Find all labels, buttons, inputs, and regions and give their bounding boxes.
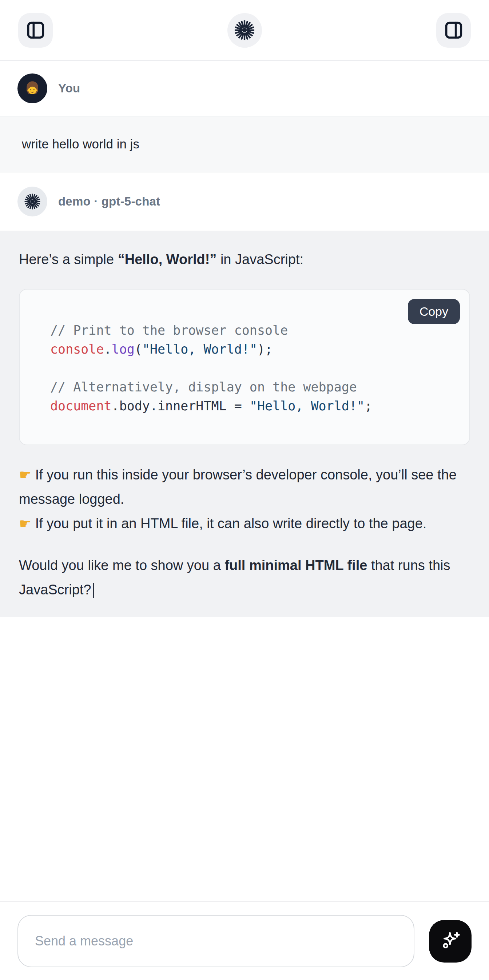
panel-left-icon [26,21,45,40]
code-line: console.log("Hello, World!"); [50,340,455,359]
code-line: // Print to the browser console [50,321,455,340]
composer-bar [0,901,489,980]
assistant-label: demo · gpt-5-chat [58,195,160,208]
text-segment: If you put it in an HTML file, it can al… [31,516,427,531]
user-avatar [18,73,47,103]
code-line: document.body.innerHTML = "Hello, World!… [50,396,455,415]
code-block: Copy // Print to the browser consolecons… [19,289,470,445]
text-segment: If you run this inside your browser’s de… [19,467,457,507]
user-label: You [58,81,80,95]
text-segment: . [104,342,112,356]
text-segment: log [112,342,135,356]
text-segment: ); [257,342,272,356]
text-segment: Here’s a simple [19,252,118,267]
message-input[interactable] [18,915,414,967]
text-segment: Would you like me to show you a [19,558,225,573]
assistant-paragraph: Would you like me to show you a full min… [19,553,470,602]
text-segment: "Hello, World!" [142,342,257,356]
text-segment: document [50,399,112,413]
top-bar [0,0,489,61]
text-segment: in JavaScript: [217,252,303,267]
person-emoji-icon [22,79,42,98]
copy-button[interactable]: Copy [408,299,460,324]
starburst-logo-icon [234,20,255,41]
send-button[interactable] [429,920,471,963]
logo-button[interactable] [228,13,262,48]
empty-scroll-area [0,617,489,901]
assistant-message: Here’s a simple “Hello, World!” in JavaS… [0,231,489,617]
text-segment: .body.innerHTML = [112,399,250,413]
assistant-paragraph: ☛ If you run this inside your browser’s … [19,463,470,536]
text-segment: full minimal HTML file [225,558,367,573]
code-line: // Alternatively, display on the webpage [50,378,455,396]
assistant-header-row: demo · gpt-5-chat [0,172,489,231]
assistant-paragraphs: ☛ If you run this inside your browser’s … [19,463,470,602]
assistant-intro-text: Here’s a simple “Hello, World!” in JavaS… [19,247,470,271]
text-segment: // Alternatively, display on the webpage [50,380,357,395]
starburst-avatar-icon [24,193,41,210]
panel-toggle-button[interactable] [436,13,471,48]
user-message-band: write hello world in js [0,116,489,172]
code-line [50,359,455,378]
sparkle-icon [439,929,462,953]
streaming-caret [93,583,94,598]
assistant-avatar [18,187,47,216]
user-header-row: You [0,61,489,116]
text-segment: ( [135,342,142,356]
user-message-text: write hello world in js [22,137,139,151]
text-segment: “Hello, World!” [118,252,217,267]
sidebar-toggle-button[interactable] [18,13,53,48]
pointing-right-emoji: ☛ [19,467,31,483]
pointing-right-emoji: ☛ [19,515,31,531]
text-segment: ; [365,399,372,413]
text-segment: console [50,342,104,356]
panel-right-icon [444,21,463,40]
code-content: // Print to the browser consoleconsole.l… [50,321,455,415]
text-segment: "Hello, World!" [250,399,365,413]
text-segment: // Print to the browser console [50,323,288,337]
